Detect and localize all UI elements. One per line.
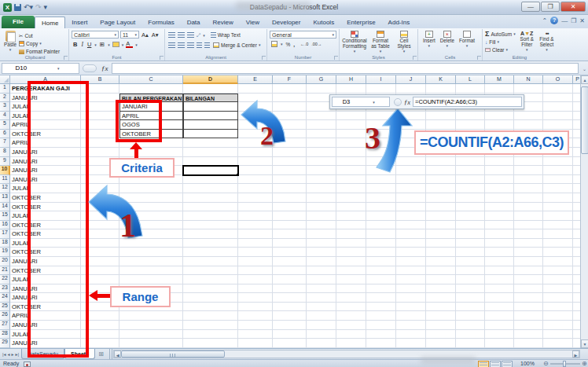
column-header-k[interactable]: K bbox=[426, 75, 456, 84]
column-header-e[interactable]: E bbox=[238, 75, 273, 84]
italic-button[interactable]: I bbox=[80, 41, 84, 48]
cell-M15[interactable] bbox=[485, 211, 514, 221]
cell-C21[interactable] bbox=[119, 266, 183, 276]
font-family-combo[interactable]: Calibri▾ bbox=[72, 31, 119, 39]
cell-D23[interactable] bbox=[183, 284, 238, 294]
cell-I19[interactable] bbox=[366, 248, 396, 257]
cell-K4[interactable] bbox=[426, 112, 456, 121]
cell-E3[interactable] bbox=[238, 102, 273, 112]
cell-J15[interactable] bbox=[396, 211, 426, 221]
cell-H29[interactable] bbox=[336, 339, 366, 348]
cell-K20[interactable] bbox=[426, 257, 456, 266]
cell-O3[interactable] bbox=[543, 102, 573, 112]
cell-D18[interactable] bbox=[183, 239, 238, 248]
cell-K26[interactable] bbox=[426, 311, 456, 321]
cell-J21[interactable] bbox=[396, 266, 426, 276]
cell-K23[interactable] bbox=[426, 284, 456, 294]
cell-E25[interactable] bbox=[238, 303, 273, 312]
cell-L26[interactable] bbox=[456, 311, 485, 321]
column-header-h[interactable]: H bbox=[336, 75, 366, 84]
scroll-up-icon[interactable]: ▲ bbox=[581, 75, 588, 84]
cell-L12[interactable] bbox=[456, 184, 485, 193]
cell-M4[interactable] bbox=[485, 112, 514, 121]
cell-I9[interactable] bbox=[366, 157, 396, 167]
cell-K27[interactable] bbox=[426, 321, 456, 330]
cell-D14[interactable] bbox=[183, 203, 238, 212]
cell-L1[interactable] bbox=[456, 84, 485, 94]
cell-O29[interactable] bbox=[543, 339, 573, 348]
cell-N20[interactable] bbox=[514, 257, 543, 266]
cell-I1[interactable] bbox=[366, 84, 396, 94]
cell-F16[interactable] bbox=[273, 221, 307, 230]
cell-D13[interactable] bbox=[183, 193, 238, 203]
cell-G26[interactable] bbox=[307, 311, 336, 321]
column-header-l[interactable]: L bbox=[456, 75, 485, 84]
cell-J28[interactable] bbox=[396, 330, 426, 339]
cell-M19[interactable] bbox=[485, 248, 514, 257]
vertical-scrollbar[interactable]: ▲ ▼ bbox=[580, 75, 588, 348]
cell-D7[interactable] bbox=[183, 138, 238, 148]
delete-cells-button[interactable]: × Delete▾ bbox=[440, 31, 454, 49]
row-header-19[interactable]: 19 bbox=[0, 248, 10, 257]
workbook-close-icon[interactable]: ✕ bbox=[579, 17, 585, 24]
cell-E19[interactable] bbox=[238, 248, 273, 257]
cell-M23[interactable] bbox=[485, 284, 514, 294]
cell-J26[interactable] bbox=[396, 311, 426, 321]
page-break-view-button[interactable] bbox=[502, 361, 513, 367]
align-middle-icon[interactable] bbox=[178, 32, 185, 38]
cell-H1[interactable] bbox=[336, 84, 366, 94]
cell-O9[interactable] bbox=[543, 157, 573, 167]
cell-E16[interactable] bbox=[238, 221, 273, 230]
cell-K21[interactable] bbox=[426, 266, 456, 276]
cell-I25[interactable] bbox=[366, 303, 396, 312]
cell-L9[interactable] bbox=[456, 157, 485, 167]
cell-N9[interactable] bbox=[514, 157, 543, 167]
align-right-icon[interactable] bbox=[187, 42, 194, 48]
cell-D19[interactable] bbox=[183, 248, 238, 257]
cell-H10[interactable] bbox=[336, 166, 366, 175]
cell-M21[interactable] bbox=[485, 266, 514, 276]
row-header-9[interactable]: 9 bbox=[0, 157, 10, 167]
zoom-slider[interactable] bbox=[550, 363, 580, 365]
cell-M25[interactable] bbox=[485, 303, 514, 312]
cell-C20[interactable] bbox=[119, 257, 183, 266]
cell-H4[interactable] bbox=[336, 112, 366, 121]
cell-E20[interactable] bbox=[238, 257, 273, 266]
cell-L19[interactable] bbox=[456, 248, 485, 257]
cell-I23[interactable] bbox=[366, 284, 396, 294]
cell-G17[interactable] bbox=[307, 229, 336, 239]
row-header-11[interactable]: 11 bbox=[0, 175, 10, 185]
row-header-4[interactable]: 4 bbox=[0, 112, 10, 121]
cell-F2[interactable] bbox=[273, 94, 307, 103]
cell-M11[interactable] bbox=[485, 175, 514, 185]
cell-H21[interactable] bbox=[336, 266, 366, 276]
cell-D28[interactable] bbox=[183, 330, 238, 339]
cell-I13[interactable] bbox=[366, 193, 396, 203]
cell-G23[interactable] bbox=[307, 284, 336, 294]
cell-O14[interactable] bbox=[543, 203, 573, 212]
column-header-d[interactable]: D bbox=[183, 75, 238, 84]
cell-E24[interactable] bbox=[238, 293, 273, 303]
cell-H24[interactable] bbox=[336, 293, 366, 303]
cell-I12[interactable] bbox=[366, 184, 396, 193]
cell-J10[interactable] bbox=[396, 166, 426, 175]
cell-J24[interactable] bbox=[396, 293, 426, 303]
cell-H23[interactable] bbox=[336, 284, 366, 294]
cell-O13[interactable] bbox=[543, 193, 573, 203]
cell-N5[interactable] bbox=[514, 120, 543, 130]
cell-G10[interactable] bbox=[307, 166, 336, 175]
cell-F29[interactable] bbox=[273, 339, 307, 348]
cell-H26[interactable] bbox=[336, 311, 366, 321]
cell-K13[interactable] bbox=[426, 193, 456, 203]
orientation-icon[interactable]: ⤢ bbox=[197, 32, 200, 39]
cell-G13[interactable] bbox=[307, 193, 336, 203]
cell-H18[interactable] bbox=[336, 239, 366, 248]
sort-filter-button[interactable]: A▼Z Sort & Filter▾ bbox=[519, 31, 535, 53]
cell-E28[interactable] bbox=[238, 330, 273, 339]
column-header-g[interactable]: G bbox=[307, 75, 336, 84]
cell-G5[interactable] bbox=[307, 120, 336, 130]
cell-L28[interactable] bbox=[456, 330, 485, 339]
cell-E13[interactable] bbox=[238, 193, 273, 203]
cell-F14[interactable] bbox=[273, 203, 307, 212]
cell-N16[interactable] bbox=[514, 221, 543, 230]
